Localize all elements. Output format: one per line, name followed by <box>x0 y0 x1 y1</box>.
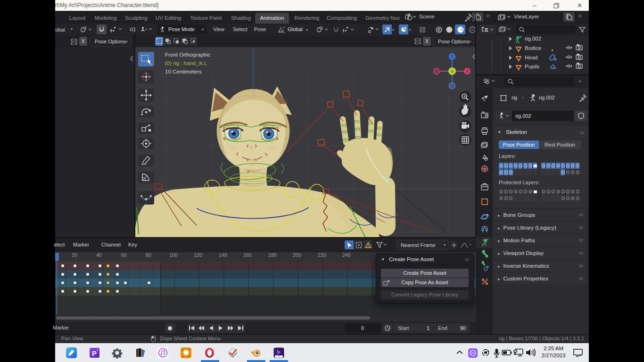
svg-text:rig.002: rig.002 <box>525 36 541 41</box>
svg-text:Head: Head <box>525 55 538 60</box>
svg-text:Pupils: Pupils <box>525 64 540 69</box>
svg-text:P: P <box>92 349 97 357</box>
svg-text:Bodice: Bodice <box>525 45 541 51</box>
